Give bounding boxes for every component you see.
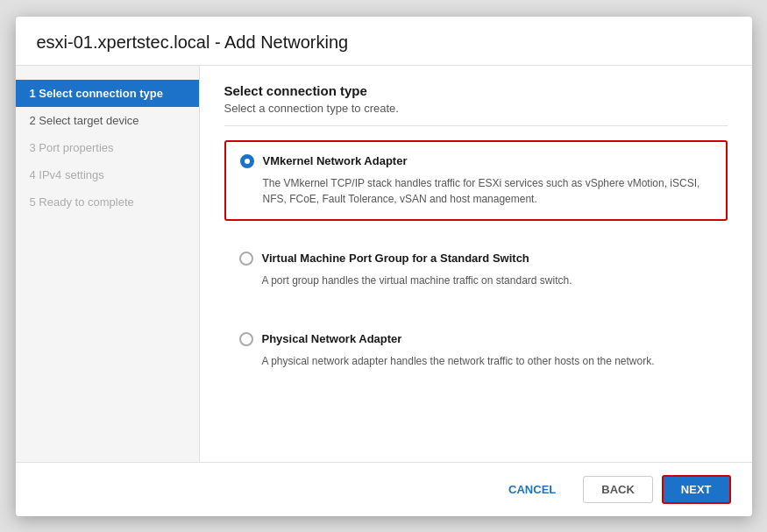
section-title: Select connection type <box>224 83 728 98</box>
main-content: Select connection type Select a connecti… <box>200 66 752 462</box>
option-desc-vm-port-group: A port group handles the virtual machine… <box>239 273 713 288</box>
dialog-footer: CANCEL BACK NEXT <box>16 462 752 516</box>
dialog-title: esxi-01.xpertstec.local - Add Networking <box>16 17 752 66</box>
sidebar-item-step4: 4 IPv4 settings <box>16 161 199 188</box>
option-header-physical-adapter: Physical Network Adapter <box>239 332 713 346</box>
option-header-vmkernel: VMkernel Network Adapter <box>240 154 712 168</box>
options-list: VMkernel Network AdapterThe VMkernel TCP… <box>224 140 728 382</box>
radio-vm-port-group[interactable] <box>239 252 253 266</box>
sidebar-item-step1[interactable]: 1 Select connection type <box>16 80 199 107</box>
cancel-button[interactable]: CANCEL <box>490 476 574 503</box>
sidebar-item-step5: 5 Ready to complete <box>16 188 199 216</box>
sidebar-item-step2[interactable]: 2 Select target device <box>16 107 199 134</box>
option-card-vmkernel[interactable]: VMkernel Network AdapterThe VMkernel TCP… <box>224 140 728 221</box>
sidebar-item-step3: 3 Port properties <box>16 134 199 161</box>
radio-physical-adapter[interactable] <box>239 332 253 346</box>
option-desc-vmkernel: The VMkernel TCP/IP stack handles traffi… <box>240 175 712 207</box>
option-card-vm-port-group[interactable]: Virtual Machine Port Group for a Standar… <box>224 238 728 301</box>
back-button[interactable]: BACK <box>583 476 653 503</box>
option-header-vm-port-group: Virtual Machine Port Group for a Standar… <box>239 252 713 266</box>
option-card-physical-adapter[interactable]: Physical Network AdapterA physical netwo… <box>224 319 728 382</box>
sidebar: 1 Select connection type2 Select target … <box>16 66 200 462</box>
dialog-body: 1 Select connection type2 Select target … <box>16 66 752 462</box>
option-label-vm-port-group: Virtual Machine Port Group for a Standar… <box>262 252 529 265</box>
option-label-vmkernel: VMkernel Network Adapter <box>263 154 408 167</box>
option-label-physical-adapter: Physical Network Adapter <box>262 332 402 345</box>
add-networking-dialog: esxi-01.xpertstec.local - Add Networking… <box>16 17 752 516</box>
next-button[interactable]: NEXT <box>662 475 731 504</box>
section-subtitle: Select a connection type to create. <box>224 102 728 126</box>
radio-vmkernel[interactable] <box>240 154 254 168</box>
option-desc-physical-adapter: A physical network adapter handles the n… <box>239 353 713 369</box>
